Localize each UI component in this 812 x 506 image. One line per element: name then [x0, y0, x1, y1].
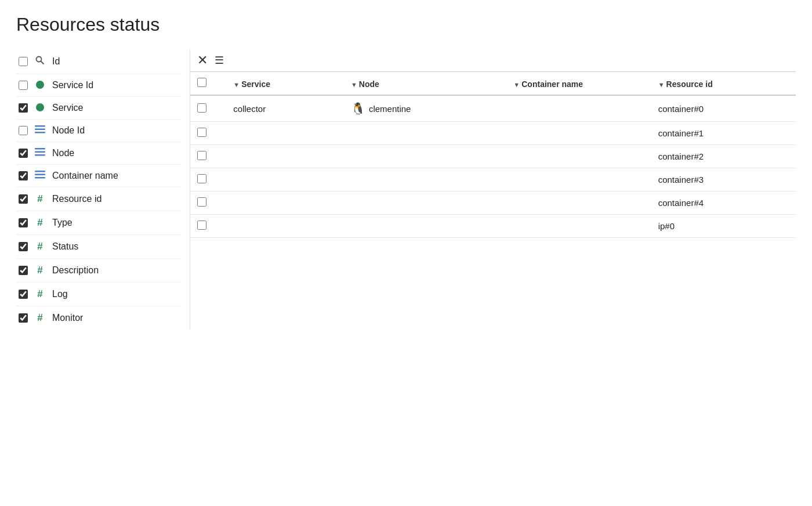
resources-table: ▼Service▼Node▼Container name▼Resource id…: [190, 72, 796, 238]
field-label-status: Status: [52, 241, 78, 252]
close-button[interactable]: ✕: [197, 54, 208, 67]
field-checkbox-node[interactable]: [19, 149, 28, 158]
cell-service-row0: collector: [226, 95, 344, 122]
row-checkbox-row2[interactable]: [197, 151, 206, 160]
field-row-type: #Type: [16, 211, 180, 235]
node-name: clementine: [369, 104, 411, 114]
field-checkbox-resource_id[interactable]: [19, 194, 28, 204]
field-icon-container_name: [34, 171, 46, 181]
svg-point-3: [36, 103, 44, 111]
field-row-id: Id: [16, 49, 180, 74]
col-label-node: Node: [359, 79, 379, 89]
field-icon-description: #: [34, 265, 46, 276]
cell-service-row1: [226, 122, 344, 145]
svg-point-2: [36, 81, 44, 89]
cell-resource-id-row1: container#1: [651, 122, 796, 145]
field-label-resource_id: Resource id: [52, 194, 102, 204]
svg-rect-12: [35, 177, 45, 179]
cell-container-row4: [506, 191, 651, 215]
left-panel: IdService IdServiceNode IdNodeContainer …: [16, 49, 190, 330]
field-icon-node: [34, 148, 46, 158]
field-row-status: #Status: [16, 235, 180, 259]
svg-rect-6: [35, 132, 45, 133]
field-checkbox-node_id[interactable]: [19, 126, 28, 135]
right-panel: ✕ ☰ ▼Service▼Node▼Container name▼Resourc…: [190, 49, 796, 330]
field-label-node_id: Node Id: [52, 125, 85, 136]
field-label-log: Log: [52, 289, 68, 299]
menu-icon[interactable]: ☰: [215, 54, 224, 67]
table-row: container#1: [190, 122, 796, 145]
field-row-monitor: #Monitor: [16, 306, 180, 330]
svg-rect-9: [35, 154, 45, 156]
col-label-resource_id: Resource id: [666, 79, 713, 89]
field-checkbox-type[interactable]: [19, 218, 28, 227]
sort-arrow-service: ▼: [233, 81, 240, 88]
field-row-service_id: Service Id: [16, 74, 180, 97]
table-row: container#4: [190, 191, 796, 215]
row-checkbox-row5[interactable]: [197, 221, 206, 230]
field-label-container_name: Container name: [52, 171, 118, 181]
field-row-node_id: Node Id: [16, 120, 180, 142]
field-icon-service: [34, 103, 46, 113]
svg-rect-8: [35, 151, 45, 153]
linux-icon: 🐧: [351, 102, 365, 115]
col-header-container_name[interactable]: ▼Container name: [506, 72, 651, 95]
table-select-all-checkbox[interactable]: [197, 78, 206, 87]
table-container: ▼Service▼Node▼Container name▼Resource id…: [190, 72, 796, 330]
field-checkbox-monitor[interactable]: [19, 313, 28, 323]
field-icon-monitor: #: [34, 312, 46, 324]
cell-node-row1: [344, 122, 506, 145]
cell-service-row2: [226, 145, 344, 168]
field-label-id: Id: [52, 56, 60, 67]
field-icon-log: #: [34, 288, 46, 300]
cell-container-row2: [506, 145, 651, 168]
sort-arrow-resource_id: ▼: [658, 81, 665, 88]
cell-service-row5: [226, 215, 344, 238]
cell-node-row3: [344, 168, 506, 191]
cell-container-row0: [506, 95, 651, 122]
cell-node-row4: [344, 191, 506, 215]
col-header-resource_id[interactable]: ▼Resource id: [651, 72, 796, 95]
svg-rect-4: [35, 125, 45, 127]
field-checkbox-log[interactable]: [19, 290, 28, 299]
cell-node-row2: [344, 145, 506, 168]
field-icon-id: [34, 55, 46, 68]
field-row-container_name: Container name: [16, 165, 180, 187]
field-icon-node_id: [34, 125, 46, 136]
field-checkbox-status[interactable]: [19, 242, 28, 251]
field-checkbox-service[interactable]: [19, 103, 28, 113]
col-header-node[interactable]: ▼Node: [344, 72, 506, 95]
field-row-service: Service: [16, 97, 180, 120]
table-row: collector🐧clementinecontainer#0: [190, 95, 796, 122]
cell-resource-id-row0: container#0: [651, 95, 796, 122]
field-label-description: Description: [52, 265, 99, 276]
field-checkbox-service_id[interactable]: [19, 81, 28, 90]
main-layout: IdService IdServiceNode IdNodeContainer …: [16, 49, 796, 330]
svg-rect-10: [35, 171, 45, 172]
svg-rect-7: [35, 148, 45, 150]
cell-resource-id-row4: container#4: [651, 191, 796, 215]
row-checkbox-row4[interactable]: [197, 197, 206, 207]
row-checkbox-row3[interactable]: [197, 174, 206, 183]
cell-resource-id-row2: container#2: [651, 145, 796, 168]
cell-service-row3: [226, 168, 344, 191]
row-checkbox-row0[interactable]: [197, 103, 206, 113]
sort-arrow-container_name: ▼: [513, 81, 520, 88]
page-title: Resources status: [16, 14, 796, 35]
field-icon-status: #: [34, 241, 46, 252]
field-icon-service_id: [34, 81, 46, 91]
cell-node-row5: [344, 215, 506, 238]
field-label-service: Service: [52, 103, 83, 113]
field-checkbox-container_name[interactable]: [19, 171, 28, 180]
field-checkbox-description[interactable]: [19, 266, 28, 275]
field-label-node: Node: [52, 148, 74, 158]
col-header-service[interactable]: ▼Service: [226, 72, 344, 95]
field-label-monitor: Monitor: [52, 313, 83, 323]
row-checkbox-row1[interactable]: [197, 128, 206, 137]
field-row-log: #Log: [16, 283, 180, 306]
field-checkbox-id[interactable]: [19, 57, 28, 66]
svg-rect-5: [35, 129, 45, 131]
table-toolbar: ✕ ☰: [190, 49, 796, 72]
cell-container-row1: [506, 122, 651, 145]
cell-resource-id-row5: ip#0: [651, 215, 796, 238]
